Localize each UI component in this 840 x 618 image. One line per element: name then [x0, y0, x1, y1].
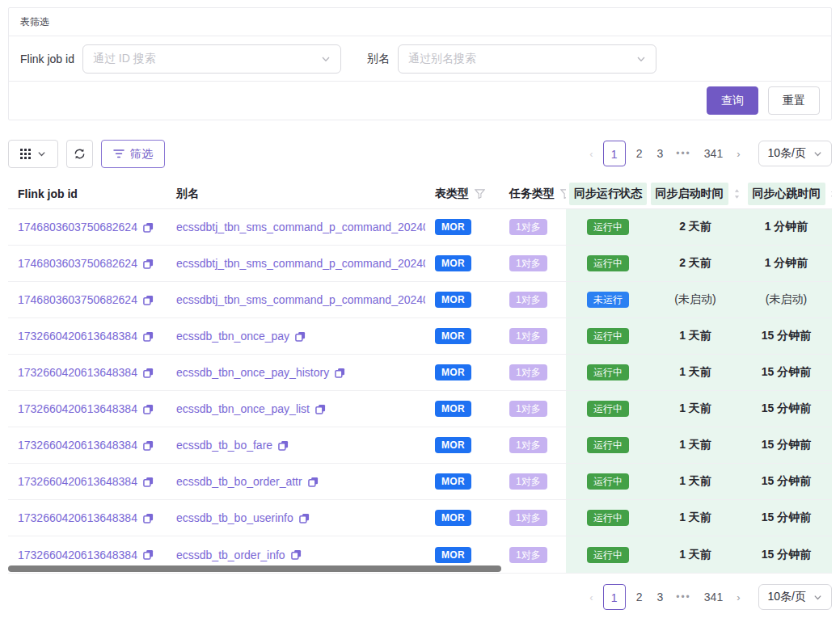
alias-link[interactable]: ecssdbtj_tbn_sms_command_p_command_20240… [176, 221, 425, 233]
sync-start-time-cell: 1 天前 [650, 536, 741, 573]
job-id-link[interactable]: 1746803603750682624 [18, 221, 137, 233]
job-id-link[interactable]: 1732660420613648384 [18, 330, 137, 343]
page-3[interactable]: 3 [649, 141, 670, 166]
job-id-cell: 1732660420613648384 [8, 427, 167, 463]
page-1-active[interactable]: 1 [603, 141, 626, 166]
copy-icon[interactable] [143, 440, 154, 451]
alias-link[interactable]: ecssdb_tb_bo_order_attr [176, 475, 302, 488]
job-id-cell: 1746803603750682624 [8, 209, 167, 245]
copy-icon[interactable] [143, 477, 154, 487]
alias-cell: ecssdb_tb_bo_fare [167, 427, 425, 463]
copy-icon[interactable] [143, 222, 154, 233]
alias-link[interactable]: ecssdb_tb_order_info [176, 549, 285, 561]
copy-icon[interactable] [299, 513, 310, 523]
alias-link[interactable]: ecssdb_tbn_once_pay_history [176, 366, 329, 379]
status-badge: 运行中 [587, 547, 629, 563]
page-size-label: 10条/页 [768, 146, 806, 161]
alias-link[interactable]: ecssdb_tbn_once_pay_list [176, 402, 310, 415]
job-id-link[interactable]: 1732660420613648384 [18, 549, 137, 561]
alias-cell: ecssdbtj_tbn_sms_command_p_command_20240… [167, 246, 425, 281]
job-id-link[interactable]: 1732660420613648384 [18, 439, 137, 452]
next-page-button[interactable]: › [730, 148, 746, 160]
table-type-cell: MOR [425, 391, 500, 427]
page-jump-ellipsis[interactable]: ••• [670, 148, 697, 159]
alias-link[interactable]: ecssdb_tb_bo_fare [176, 439, 272, 452]
page-size-select[interactable]: 10条/页 [758, 584, 832, 610]
copy-icon[interactable] [143, 404, 154, 414]
page-size-select[interactable]: 10条/页 [758, 141, 832, 166]
copy-icon[interactable] [278, 440, 289, 451]
sync-start-time-cell: 1 天前 [650, 500, 741, 536]
heartbeat-time-value: (未启动) [766, 292, 807, 307]
reset-button[interactable]: 重置 [768, 86, 820, 115]
task-type-cell: 1对多 [500, 318, 566, 354]
sorter-icon[interactable] [733, 188, 741, 200]
sync-start-time-cell: 1 天前 [650, 355, 741, 390]
start-time-value: 1 天前 [679, 329, 711, 343]
page-1-active[interactable]: 1 [603, 584, 626, 610]
alias-cell: ecssdb_tb_bo_userinfo [167, 500, 425, 536]
page-3[interactable]: 3 [649, 584, 670, 610]
filter-button[interactable]: 筛选 [101, 140, 165, 168]
query-button[interactable]: 查询 [707, 86, 758, 115]
page-last[interactable]: 341 [697, 141, 730, 166]
status-badge: 运行中 [587, 364, 629, 380]
table-type-tag: MOR [435, 437, 471, 453]
copy-icon[interactable] [143, 259, 154, 269]
sync-status-cell: 运行中 [566, 209, 650, 245]
refresh-icon [74, 148, 86, 160]
page-last[interactable]: 341 [697, 584, 730, 610]
prev-page-button[interactable]: ‹ [583, 591, 599, 603]
chevron-down-icon [37, 149, 46, 158]
job-id-link[interactable]: 1732660420613648384 [18, 475, 137, 488]
next-page-button[interactable]: › [730, 591, 746, 603]
sync-start-time-cell: 1 天前 [650, 464, 741, 499]
filter-funnel-icon[interactable] [475, 189, 485, 199]
horizontal-scrollbar-thumb[interactable] [8, 565, 501, 572]
column-settings-button[interactable] [8, 140, 58, 168]
job-id-link[interactable]: 1732660420613648384 [18, 511, 137, 524]
flink-job-id-select[interactable]: 通过 ID 搜索 [82, 44, 341, 74]
alias-select[interactable]: 通过别名搜索 [398, 44, 656, 74]
page-jump-ellipsis[interactable]: ••• [670, 591, 697, 603]
task-type-cell: 1对多 [500, 246, 566, 281]
sorter-icon[interactable] [829, 188, 832, 200]
chevron-down-icon [321, 54, 331, 64]
job-id-cell: 1746803603750682624 [8, 246, 167, 281]
filter-funnel-icon[interactable] [560, 189, 566, 199]
refresh-button[interactable] [66, 140, 93, 168]
table-type-tag: MOR [435, 510, 471, 526]
alias-link[interactable]: ecssdbtj_tbn_sms_command_p_command_20240… [176, 257, 425, 270]
prev-page-button[interactable]: ‹ [583, 148, 599, 160]
alias-link[interactable]: ecssdb_tb_bo_userinfo [176, 511, 293, 524]
job-id-link[interactable]: 1746803603750682624 [18, 257, 137, 270]
alias-cell: ecssdb_tbn_once_pay_history [167, 355, 425, 390]
table-row: 1732660420613648384 ecssdb_tbn_once_pay … [8, 318, 832, 355]
copy-icon[interactable] [143, 368, 154, 378]
alias-link[interactable]: ecssdbtj_tbn_sms_command_p_command_20240… [176, 293, 425, 306]
copy-icon[interactable] [308, 477, 319, 487]
copy-icon[interactable] [335, 368, 345, 378]
copy-icon[interactable] [143, 295, 154, 305]
job-id-link[interactable]: 1732660420613648384 [18, 402, 137, 415]
filter-card-title: 表筛选 [9, 8, 831, 36]
chevron-down-icon [813, 593, 822, 602]
copy-icon[interactable] [143, 331, 154, 342]
copy-icon[interactable] [291, 549, 302, 560]
heartbeat-time-value: 15 分钟前 [762, 401, 811, 416]
copy-icon[interactable] [143, 513, 154, 523]
alias-link[interactable]: ecssdb_tbn_once_pay [176, 330, 289, 343]
header-sync-start-time: 同步启动时间 [650, 179, 741, 208]
task-type-tag: 1对多 [509, 437, 547, 453]
job-id-link[interactable]: 1746803603750682624 [18, 293, 137, 306]
sync-start-time-cell: 2 天前 [650, 246, 741, 281]
copy-icon[interactable] [143, 549, 154, 560]
heartbeat-time-value: 15 分钟前 [762, 474, 811, 489]
page-2[interactable]: 2 [629, 141, 650, 166]
copy-icon[interactable] [315, 404, 326, 414]
page-2[interactable]: 2 [629, 584, 650, 610]
job-id-link[interactable]: 1732660420613648384 [18, 366, 137, 379]
table-row: 1732660420613648384 ecssdb_tb_bo_order_a… [8, 464, 832, 500]
copy-icon[interactable] [295, 331, 306, 342]
table-toolbar: 筛选 [8, 140, 165, 168]
